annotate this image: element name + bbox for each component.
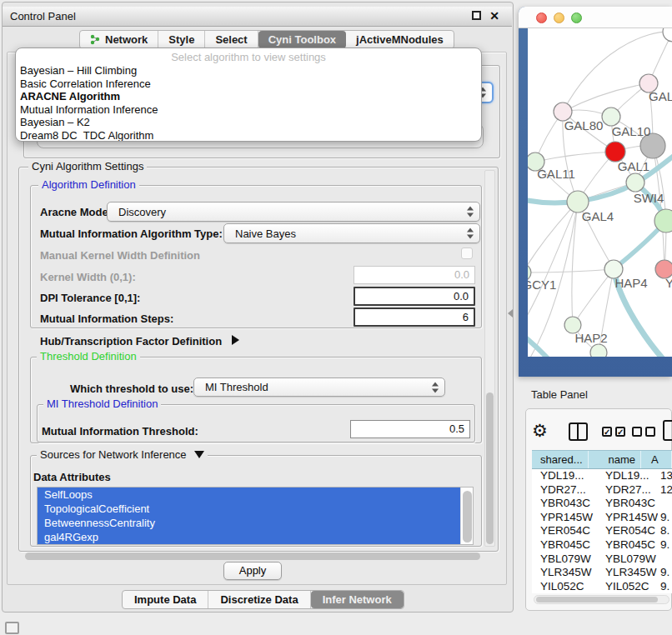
table-row[interactable]: YIL052CYIL052C9. xyxy=(532,580,672,593)
tab-discretize-data-label: Discretize Data xyxy=(220,593,298,606)
data-attributes-label: Data Attributes xyxy=(33,471,111,483)
network-canvas[interactable]: GALGAL80GAL10GAL1GAL11SWI4GAL4HAP4YGCY1H… xyxy=(528,28,672,357)
table-cell: YER054C xyxy=(532,524,597,538)
table-cell: YBR043C xyxy=(532,497,597,511)
tab-discretize-data[interactable]: Discretize Data xyxy=(208,591,310,608)
table-cell: YIL052C xyxy=(532,580,597,593)
network-node[interactable] xyxy=(663,28,672,42)
manual-kernel-checkbox[interactable] xyxy=(461,248,473,259)
network-node[interactable] xyxy=(602,108,620,126)
sources-expander[interactable]: Sources for Network Inference xyxy=(37,449,208,461)
cyni-bottom-tabbar: Impute Data Discretize Data Infer Networ… xyxy=(122,590,404,609)
tab-jactivemnodules[interactable]: jActiveMNodules xyxy=(346,31,454,48)
tab-cyni-toolbox[interactable]: Cyni Toolbox xyxy=(258,31,346,48)
mi-threshold-input[interactable]: 0.5 xyxy=(350,420,470,438)
deselect-all-checkbox-icon[interactable] xyxy=(632,427,642,437)
tab-infer-network-label: Infer Network xyxy=(323,593,392,606)
algorithm-option[interactable]: Mutual Information Inference xyxy=(16,103,481,117)
table-horizontal-scrollbar[interactable] xyxy=(534,595,669,604)
network-node-label: SWI4 xyxy=(634,191,664,205)
table-cell: YER054C xyxy=(597,524,658,538)
network-node[interactable] xyxy=(590,344,607,357)
close-icon[interactable]: ✕ xyxy=(488,8,501,23)
table-header: shared... name A xyxy=(532,450,672,469)
column-header-shared-name[interactable]: shared... xyxy=(532,451,589,468)
table-panel-title: Table Panel xyxy=(531,388,588,401)
gear-icon[interactable]: ⚙ xyxy=(532,420,548,442)
table-row[interactable]: YDR27...YDR27...12 xyxy=(532,483,672,498)
settings-vertical-scrollbar-thumb[interactable] xyxy=(486,392,494,544)
kernel-width-input[interactable]: 0.0 xyxy=(354,266,475,284)
algorithm-definition-title: Algorithm Definition xyxy=(38,179,139,191)
algorithm-option[interactable]: Bayesian – K2 xyxy=(16,116,481,129)
which-threshold-combobox[interactable]: MI Threshold xyxy=(193,378,445,397)
network-view-titlebar[interactable] xyxy=(519,7,672,28)
data-attributes-list[interactable]: SelfLoopsTopologicalCoefficientBetweenne… xyxy=(37,487,474,545)
table-row[interactable]: YER054CYER054C8. xyxy=(532,524,672,538)
table-row[interactable]: YLR345WYLR345W9. xyxy=(532,566,672,580)
aracne-mode-combobox[interactable]: Discovery xyxy=(107,202,480,222)
network-node-label: GAL1 xyxy=(618,159,649,173)
network-node-label: GAL80 xyxy=(564,118,604,132)
algorithm-option[interactable]: Dream8 DC_TDC Algorithm xyxy=(16,129,481,142)
network-node-label: GCY1 xyxy=(528,278,556,292)
collapsed-panel-icon[interactable] xyxy=(5,622,19,634)
zoom-traffic-light-icon[interactable] xyxy=(571,12,582,23)
algorithm-popup-list: Bayesian – Hill ClimbingBasic Correlatio… xyxy=(16,64,481,142)
threshold-definition-title: Threshold Definition xyxy=(37,351,140,362)
settings-horizontal-scrollbar[interactable] xyxy=(25,552,480,560)
table-cell: 9. xyxy=(658,566,672,580)
float-window-icon[interactable] xyxy=(472,11,481,20)
mi-type-value: Naive Bayes xyxy=(235,224,296,243)
attributes-scrollbar-thumb[interactable] xyxy=(463,491,472,542)
data-attribute-item[interactable]: SelfLoops xyxy=(38,488,461,502)
tab-select[interactable]: Select xyxy=(205,31,258,48)
table-row[interactable]: YBL079WYBL079W xyxy=(532,552,672,567)
table-function-icon[interactable] xyxy=(663,420,672,441)
select-all-checkbox-icon[interactable]: ✓ xyxy=(615,427,625,437)
data-attribute-item[interactable]: gal4RGexp xyxy=(38,530,461,544)
attributes-scrollbar[interactable] xyxy=(460,488,473,544)
table-row[interactable]: YPR145WYPR145W9. xyxy=(532,511,672,525)
table-row[interactable]: YBR045CYBR045C9. xyxy=(532,538,672,552)
apply-button[interactable]: Apply xyxy=(223,562,282,580)
deselect-all-checkbox-icon[interactable] xyxy=(645,427,655,437)
control-panel-titlebar[interactable]: Control Panel xyxy=(3,7,512,27)
tab-jactivemnodules-label: jActiveMNodules xyxy=(356,31,444,48)
stepper-arrows-icon xyxy=(467,228,474,239)
table-body[interactable]: YDL19...YDL19...13YDR27...YDR27...12YBR0… xyxy=(532,469,672,593)
algorithm-option[interactable]: ARACNE Algorithm xyxy=(16,90,481,103)
close-traffic-light-icon[interactable] xyxy=(536,12,547,23)
column-header-partial[interactable]: A xyxy=(641,451,672,468)
table-horizontal-scrollbar-thumb[interactable] xyxy=(536,597,658,602)
table-cell: YBR045C xyxy=(597,538,658,552)
table-cell: 9. xyxy=(658,538,672,552)
settings-vertical-scrollbar[interactable] xyxy=(484,170,495,547)
expander-collapsed-icon xyxy=(232,335,239,345)
minimize-traffic-light-icon[interactable] xyxy=(554,12,564,23)
network-node-label: HAP2 xyxy=(574,331,607,345)
algorithm-option[interactable]: Basic Correlation Inference xyxy=(16,78,481,91)
hub-expander[interactable]: Hub/Transcription Factor Definition xyxy=(40,335,239,348)
table-row[interactable]: YDL19...YDL19...13 xyxy=(532,469,672,483)
tab-network[interactable]: Network xyxy=(80,31,158,48)
mi-steps-input[interactable]: 6 xyxy=(354,308,475,327)
tab-impute-data[interactable]: Impute Data xyxy=(123,591,208,608)
mi-type-combobox[interactable]: Naive Bayes xyxy=(223,223,480,243)
algorithm-option[interactable]: Bayesian – Hill Climbing xyxy=(16,64,481,78)
tab-style[interactable]: Style xyxy=(158,31,205,48)
splitter-collapse-icon[interactable] xyxy=(508,309,513,318)
tab-infer-network[interactable]: Infer Network xyxy=(311,591,404,608)
algorithm-popup-placeholder: Select algorithm to view settings xyxy=(16,50,481,64)
table-row[interactable]: YBR043CYBR043C xyxy=(532,497,672,511)
column-header-name[interactable]: name xyxy=(589,451,641,468)
network-node-label: GAL xyxy=(649,89,672,103)
columns-icon[interactable] xyxy=(569,422,588,441)
network-node-label: HAP4 xyxy=(614,276,647,290)
data-attribute-item[interactable]: BetweennessCentrality xyxy=(38,516,461,530)
network-node[interactable] xyxy=(626,173,644,192)
stepper-arrows-icon xyxy=(432,382,439,392)
data-attribute-item[interactable]: TopologicalCoefficient xyxy=(38,502,461,516)
dpi-tolerance-input[interactable]: 0.0 xyxy=(354,287,475,306)
select-all-checkbox-icon[interactable]: ✓ xyxy=(602,427,612,437)
